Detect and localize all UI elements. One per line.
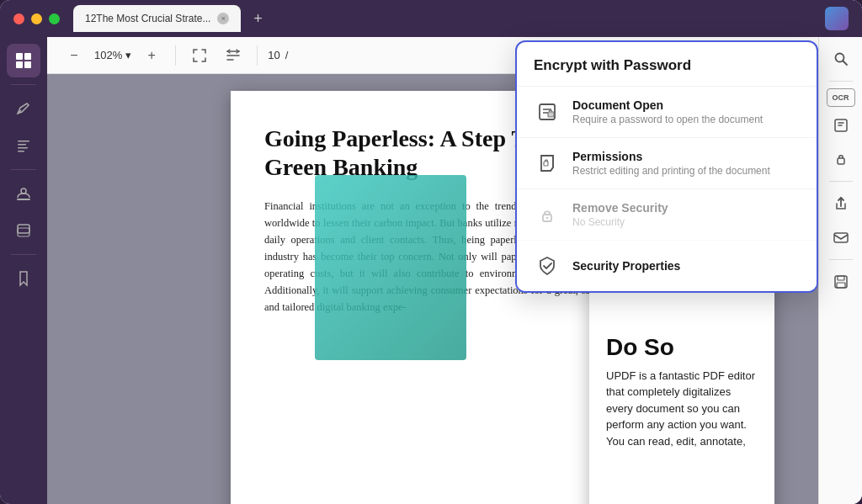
tab-bar: 12The Most Crucial Strate... × + [73,5,269,32]
right-divider-1 [829,81,853,82]
page-navigation: 10 / [268,49,288,61]
app-icon [825,7,849,30]
toolbar-separator-2 [257,45,258,66]
email-icon[interactable] [826,222,856,252]
svg-rect-19 [834,233,848,242]
encrypt-item-permissions-title: Permissions [572,150,770,163]
sidebar-icon-annotation[interactable] [7,92,40,125]
zoom-control[interactable]: 102% ▾ [94,49,131,61]
sidebar-icon-layers[interactable] [7,214,40,247]
remove-security-icon [534,201,561,228]
toolbar-separator-1 [175,45,176,66]
new-tab-button[interactable]: + [246,7,269,30]
svg-rect-8 [18,151,24,152]
svg-rect-6 [18,144,26,146]
tab-title: 12The Most Crucial Strate... [85,13,210,24]
svg-rect-3 [24,61,31,68]
svg-point-9 [21,188,26,194]
fit-width-button[interactable] [220,42,247,69]
zoom-dropdown-arrow: ▾ [125,49,131,61]
col2-body: UPDF is a fantastic PDF editor that comp… [606,368,758,450]
teal-image-block [315,175,466,360]
page-current: 10 [268,49,279,61]
svg-rect-18 [838,158,844,164]
encrypt-item-security-properties-text: Security Properties [572,259,680,273]
sidebar-icon-bookmark[interactable] [7,262,40,295]
encrypt-item-remove-security: Remove Security No Security [517,189,817,241]
traffic-lights [13,13,60,24]
svg-rect-5 [18,141,29,142]
zoom-in-button[interactable]: + [138,42,165,69]
fit-page-button[interactable] [186,42,213,69]
titlebar-right [825,7,849,30]
left-sidebar [0,37,47,504]
ocr-icon[interactable]: OCR [827,88,855,107]
encrypt-item-remove-security-text: Remove Security No Security [572,201,668,228]
svg-rect-12 [18,228,29,236]
svg-rect-11 [18,225,29,233]
encrypt-item-permissions-subtitle: Restrict editing and printing of the doc… [572,165,770,177]
col2-title: Do So [606,335,758,361]
svg-point-29 [546,217,548,219]
encrypt-item-remove-security-subtitle: No Security [572,216,668,228]
sidebar-divider-1 [11,84,36,85]
permissions-icon [534,150,561,177]
active-tab[interactable]: 12The Most Crucial Strate... × [73,5,241,32]
svg-rect-22 [837,283,845,288]
doc-lock-icon [534,98,561,125]
sidebar-divider-3 [11,254,36,255]
svg-rect-2 [16,61,23,68]
share-icon[interactable] [826,188,856,219]
right-divider-3 [829,259,853,260]
tab-close-button[interactable]: × [217,13,229,24]
minimize-button[interactable] [31,13,42,24]
svg-rect-10 [17,199,30,200]
encrypt-item-security-properties[interactable]: Security Properties [517,241,817,291]
encrypt-item-remove-security-title: Remove Security [572,201,668,215]
encrypt-item-document-open-title: Document Open [572,98,763,112]
zoom-value: 102% [94,49,122,61]
svg-rect-1 [24,53,31,60]
svg-rect-0 [16,53,23,60]
security-properties-icon [534,252,561,279]
export-icon[interactable] [826,110,856,141]
encrypt-item-permissions-text: Permissions Restrict editing and printin… [572,150,770,177]
zoom-out-button[interactable]: − [61,42,88,69]
encrypt-item-document-open[interactable]: Document Open Require a password to open… [517,87,817,138]
svg-rect-26 [548,112,554,117]
save-icon[interactable] [826,267,856,297]
close-button[interactable] [13,13,24,24]
encrypt-dropdown-title: Encrypt with Password [517,42,817,87]
maximize-button[interactable] [49,13,60,24]
encrypt-item-document-open-subtitle: Require a password to open the document [572,114,763,125]
image-placeholder [315,175,466,360]
encrypt-item-security-properties-title: Security Properties [572,259,680,273]
svg-rect-7 [18,147,28,149]
sidebar-divider-2 [11,169,36,170]
right-divider-2 [829,181,853,182]
sidebar-icon-stamp[interactable] [7,177,40,210]
titlebar: 12The Most Crucial Strate... × + [0,0,862,37]
encrypt-dropdown: Encrypt with Password Document Open Requ… [515,40,818,293]
svg-line-14 [843,61,847,66]
sidebar-icon-thumbnails[interactable] [7,44,40,77]
app-window: 12The Most Crucial Strate... × + [0,0,862,504]
right-sidebar: OCR [818,37,862,504]
protect-icon[interactable] [826,144,856,174]
sidebar-icon-outline[interactable] [7,129,40,162]
svg-rect-27 [544,162,548,166]
page-separator: / [285,49,289,61]
encrypt-item-permissions[interactable]: Permissions Restrict editing and printin… [517,138,817,189]
search-icon[interactable] [826,44,856,74]
encrypt-item-document-open-text: Document Open Require a password to open… [572,98,763,125]
